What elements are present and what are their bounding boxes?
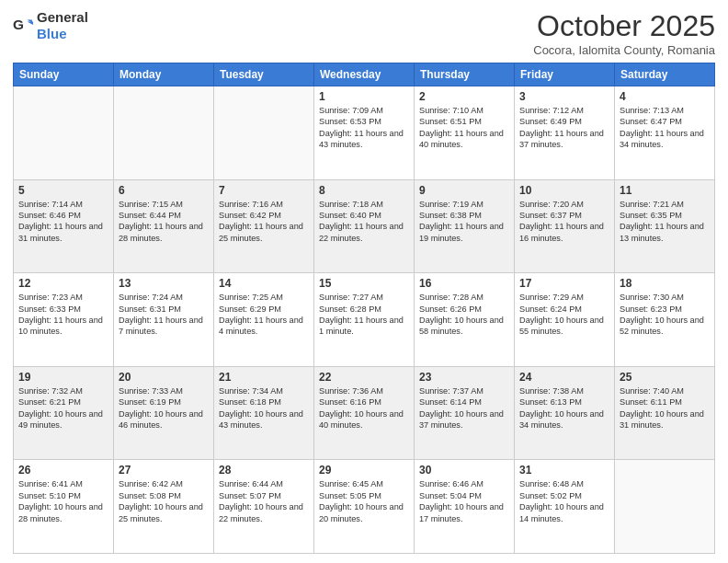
cell-content: Sunrise: 7:16 AMSunset: 6:42 PMDaylight:… — [219, 199, 309, 245]
day-header-sunday: Sunday — [14, 63, 114, 86]
day-number: 23 — [419, 371, 509, 384]
day-header-saturday: Saturday — [615, 63, 715, 86]
cell-content: Sunrise: 7:18 AMSunset: 6:40 PMDaylight:… — [319, 199, 409, 245]
cell-content: Sunrise: 7:12 AMSunset: 6:49 PMDaylight:… — [519, 105, 609, 151]
day-header-tuesday: Tuesday — [214, 63, 314, 86]
calendar-cell: 19Sunrise: 7:32 AMSunset: 6:21 PMDayligh… — [14, 366, 114, 460]
day-number: 9 — [419, 184, 509, 197]
svg-marker-2 — [27, 22, 33, 25]
day-number: 16 — [419, 277, 509, 290]
calendar-cell: 11Sunrise: 7:21 AMSunset: 6:35 PMDayligh… — [615, 179, 715, 273]
cell-content: Sunrise: 7:28 AMSunset: 6:26 PMDaylight:… — [419, 292, 509, 338]
calendar-cell: 3Sunrise: 7:12 AMSunset: 6:49 PMDaylight… — [515, 86, 615, 180]
calendar-cell: 16Sunrise: 7:28 AMSunset: 6:26 PMDayligh… — [415, 273, 515, 367]
cell-content: Sunrise: 7:30 AMSunset: 6:23 PMDaylight:… — [620, 292, 710, 338]
cell-content: Sunrise: 7:34 AMSunset: 6:18 PMDaylight:… — [219, 385, 309, 431]
day-number: 20 — [119, 371, 209, 384]
calendar-cell: 12Sunrise: 7:23 AMSunset: 6:33 PMDayligh… — [14, 273, 114, 367]
day-number: 17 — [519, 277, 609, 290]
title-section: October 2025 Cocora, Ialomita County, Ro… — [533, 9, 715, 57]
cell-content: Sunrise: 7:20 AMSunset: 6:37 PMDaylight:… — [519, 199, 609, 245]
day-header-thursday: Thursday — [415, 63, 515, 86]
cell-content: Sunrise: 7:27 AMSunset: 6:28 PMDaylight:… — [319, 292, 409, 338]
day-number: 7 — [219, 184, 309, 197]
logo-icon: G — [13, 16, 33, 36]
logo: G General Blue — [13, 9, 88, 42]
calendar-header: SundayMondayTuesdayWednesdayThursdayFrid… — [14, 63, 715, 86]
day-number: 6 — [119, 184, 209, 197]
day-number: 13 — [119, 277, 209, 290]
cell-content: Sunrise: 7:21 AMSunset: 6:35 PMDaylight:… — [620, 199, 710, 245]
calendar-cell: 23Sunrise: 7:37 AMSunset: 6:14 PMDayligh… — [415, 366, 515, 460]
day-number: 25 — [620, 371, 710, 384]
cell-content: Sunrise: 7:15 AMSunset: 6:44 PMDaylight:… — [119, 199, 209, 245]
calendar-cell: 18Sunrise: 7:30 AMSunset: 6:23 PMDayligh… — [615, 273, 715, 367]
calendar-cell: 20Sunrise: 7:33 AMSunset: 6:19 PMDayligh… — [114, 366, 214, 460]
week-row: 26Sunrise: 6:41 AMSunset: 5:10 PMDayligh… — [14, 460, 715, 554]
calendar-cell: 30Sunrise: 6:46 AMSunset: 5:04 PMDayligh… — [415, 460, 515, 554]
cell-content: Sunrise: 6:41 AMSunset: 5:10 PMDaylight:… — [18, 478, 108, 524]
calendar-cell: 1Sunrise: 7:09 AMSunset: 6:53 PMDaylight… — [314, 86, 415, 180]
calendar-cell — [14, 86, 114, 180]
cell-content: Sunrise: 6:45 AMSunset: 5:05 PMDaylight:… — [319, 478, 409, 524]
day-number: 29 — [319, 464, 409, 477]
day-number: 24 — [519, 371, 609, 384]
day-number: 2 — [419, 90, 509, 103]
cell-content: Sunrise: 6:44 AMSunset: 5:07 PMDaylight:… — [219, 478, 309, 524]
calendar-cell — [114, 86, 214, 180]
day-number: 5 — [18, 184, 108, 197]
top-header: G General Blue October 2025 Cocora, Ialo… — [13, 9, 715, 57]
cell-content: Sunrise: 7:29 AMSunset: 6:24 PMDaylight:… — [519, 292, 609, 338]
calendar-cell: 13Sunrise: 7:24 AMSunset: 6:31 PMDayligh… — [114, 273, 214, 367]
day-number: 1 — [319, 90, 409, 103]
calendar-cell: 31Sunrise: 6:48 AMSunset: 5:02 PMDayligh… — [515, 460, 615, 554]
day-number: 4 — [620, 90, 710, 103]
cell-content: Sunrise: 6:48 AMSunset: 5:02 PMDaylight:… — [519, 478, 609, 524]
calendar-cell: 25Sunrise: 7:40 AMSunset: 6:11 PMDayligh… — [615, 366, 715, 460]
cell-content: Sunrise: 6:42 AMSunset: 5:08 PMDaylight:… — [119, 478, 209, 524]
day-header-wednesday: Wednesday — [314, 63, 415, 86]
cell-content: Sunrise: 7:23 AMSunset: 6:33 PMDaylight:… — [18, 292, 108, 338]
week-row: 1Sunrise: 7:09 AMSunset: 6:53 PMDaylight… — [14, 86, 715, 180]
cell-content: Sunrise: 7:13 AMSunset: 6:47 PMDaylight:… — [620, 105, 710, 151]
day-number: 21 — [219, 371, 309, 384]
calendar-cell: 15Sunrise: 7:27 AMSunset: 6:28 PMDayligh… — [314, 273, 415, 367]
day-header-friday: Friday — [515, 63, 615, 86]
day-number: 22 — [319, 371, 409, 384]
calendar-cell: 24Sunrise: 7:38 AMSunset: 6:13 PMDayligh… — [515, 366, 615, 460]
cell-content: Sunrise: 7:09 AMSunset: 6:53 PMDaylight:… — [319, 105, 409, 151]
day-number: 11 — [620, 184, 710, 197]
day-number: 19 — [18, 371, 108, 384]
calendar-cell — [214, 86, 314, 180]
calendar-cell: 27Sunrise: 6:42 AMSunset: 5:08 PMDayligh… — [114, 460, 214, 554]
calendar-cell: 17Sunrise: 7:29 AMSunset: 6:24 PMDayligh… — [515, 273, 615, 367]
day-number: 12 — [18, 277, 108, 290]
cell-content: Sunrise: 7:10 AMSunset: 6:51 PMDaylight:… — [419, 105, 509, 151]
cell-content: Sunrise: 7:25 AMSunset: 6:29 PMDaylight:… — [219, 292, 309, 338]
cell-content: Sunrise: 7:32 AMSunset: 6:21 PMDaylight:… — [18, 385, 108, 431]
day-number: 3 — [519, 90, 609, 103]
days-row: SundayMondayTuesdayWednesdayThursdayFrid… — [14, 63, 715, 86]
cell-content: Sunrise: 6:46 AMSunset: 5:04 PMDaylight:… — [419, 478, 509, 524]
calendar-cell: 7Sunrise: 7:16 AMSunset: 6:42 PMDaylight… — [214, 179, 314, 273]
cell-content: Sunrise: 7:33 AMSunset: 6:19 PMDaylight:… — [119, 385, 209, 431]
subtitle: Cocora, Ialomita County, Romania — [533, 43, 715, 57]
day-header-monday: Monday — [114, 63, 214, 86]
cell-content: Sunrise: 7:36 AMSunset: 6:16 PMDaylight:… — [319, 385, 409, 431]
calendar-cell: 10Sunrise: 7:20 AMSunset: 6:37 PMDayligh… — [515, 179, 615, 273]
calendar-cell: 8Sunrise: 7:18 AMSunset: 6:40 PMDaylight… — [314, 179, 415, 273]
cell-content: Sunrise: 7:14 AMSunset: 6:46 PMDaylight:… — [18, 199, 108, 245]
calendar-cell: 14Sunrise: 7:25 AMSunset: 6:29 PMDayligh… — [214, 273, 314, 367]
calendar-cell: 28Sunrise: 6:44 AMSunset: 5:07 PMDayligh… — [214, 460, 314, 554]
calendar-cell — [615, 460, 715, 554]
cell-content: Sunrise: 7:19 AMSunset: 6:38 PMDaylight:… — [419, 199, 509, 245]
week-row: 12Sunrise: 7:23 AMSunset: 6:33 PMDayligh… — [14, 273, 715, 367]
day-number: 8 — [319, 184, 409, 197]
calendar-cell: 2Sunrise: 7:10 AMSunset: 6:51 PMDaylight… — [415, 86, 515, 180]
cell-content: Sunrise: 7:40 AMSunset: 6:11 PMDaylight:… — [620, 385, 710, 431]
calendar-cell: 6Sunrise: 7:15 AMSunset: 6:44 PMDaylight… — [114, 179, 214, 273]
calendar-cell: 21Sunrise: 7:34 AMSunset: 6:18 PMDayligh… — [214, 366, 314, 460]
day-number: 30 — [419, 464, 509, 477]
svg-text:G: G — [13, 17, 24, 32]
day-number: 28 — [219, 464, 309, 477]
